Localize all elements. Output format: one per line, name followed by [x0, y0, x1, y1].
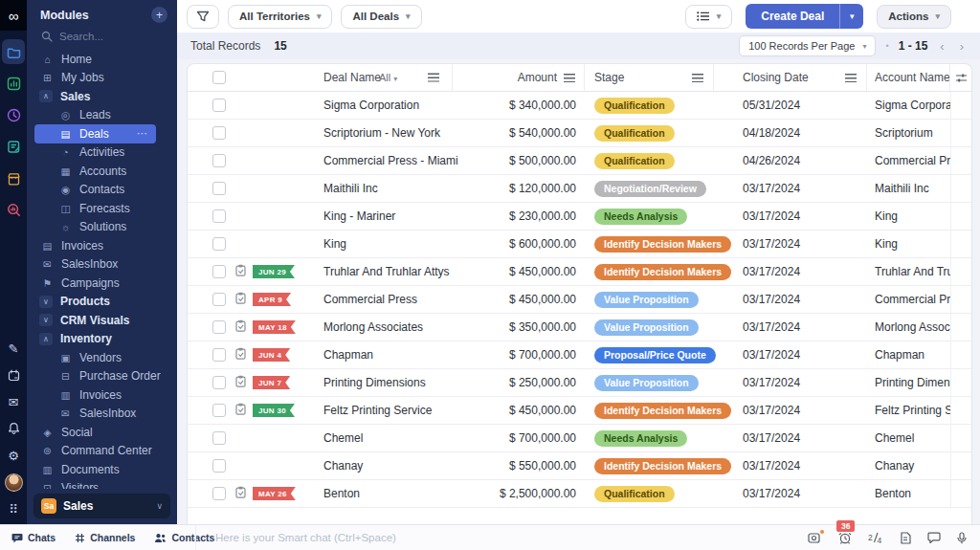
sidebar-item-activities[interactable]: ◔ Activities [27, 143, 173, 163]
add-module-button[interactable]: + [151, 7, 167, 23]
account-name-link[interactable]: Morlong Associates [875, 320, 950, 334]
bell-icon[interactable] [1, 415, 26, 442]
sidebar-item-accounts[interactable]: ▦ Accounts [27, 162, 173, 181]
account-name-link[interactable]: Sigma Corporation [875, 99, 950, 112]
sidebar-item-leads[interactable]: ◎ Leads [27, 106, 173, 125]
deal-name-link[interactable]: Scriptorium - New York [323, 126, 440, 140]
select-all-checkbox[interactable] [212, 71, 226, 84]
deal-name-link[interactable]: Chanay [323, 459, 363, 473]
sidebar-item-campaigns[interactable]: ⚑ Campaigns [27, 274, 173, 293]
table-row[interactable]: Chanay $ 550,000.00 Identify Decision Ma… [188, 452, 971, 480]
table-row[interactable]: JUN 29 Truhlar And Truhlar Attys $ 450,0… [188, 258, 971, 286]
workspace-switcher[interactable]: Sa Sales ∨ [33, 494, 170, 518]
sidebar-item-salesinbox[interactable]: ✉ SalesInbox [27, 255, 173, 275]
sidebar-item-visitors[interactable]: ⊡ Visitors [27, 479, 173, 490]
filter-button[interactable] [187, 5, 219, 29]
table-row[interactable]: JUN 30 Feltz Printing Service $ 450,000.… [188, 397, 971, 425]
view-switcher-dropdown[interactable]: ▾ [685, 5, 733, 29]
sidebar-item-invoices[interactable]: ▤ Invoices [27, 236, 173, 255]
sidebar-item-documents[interactable]: ▥ Documents [27, 460, 173, 479]
sidebar-item-command-center[interactable]: ⊚ Command Center [27, 442, 173, 461]
account-name-link[interactable]: Feltz Printing Service [875, 404, 950, 417]
notes-doc-icon[interactable] [900, 532, 911, 544]
notebook-app-icon[interactable] [2, 131, 25, 163]
deal-name-scope-dropdown[interactable]: All▾ [379, 72, 397, 83]
account-name-link[interactable]: King [875, 209, 898, 223]
apps-grid-icon[interactable]: ⠿ [1, 495, 26, 522]
table-row[interactable]: Maithili Inc $ 120,000.00 Negotiation/Re… [188, 175, 971, 203]
sidebar-item-inventory[interactable]: ∧ Inventory [27, 330, 173, 349]
customize-columns-icon[interactable] [955, 73, 968, 83]
row-checkbox[interactable] [212, 376, 226, 389]
section-chevron-icon[interactable]: ∨ [39, 296, 53, 308]
prev-page-button[interactable]: ‹ [937, 39, 947, 54]
sidebar-item-contacts[interactable]: ◉ Contacts [27, 181, 173, 200]
compose-icon[interactable]: ✎ [1, 335, 26, 362]
account-name-link[interactable]: Scriptorium [875, 126, 933, 140]
marketplace-app-icon[interactable] [2, 163, 25, 194]
sidebar-item-salesinbox[interactable]: ✉ SalesInbox [27, 405, 173, 424]
calendar-icon[interactable] [1, 362, 26, 388]
row-checkbox[interactable] [212, 459, 226, 473]
deal-filter-dropdown[interactable]: All Deals ▾ [341, 5, 421, 29]
row-checkbox[interactable] [212, 99, 226, 112]
table-row[interactable]: King - Mariner $ 230,000.00 Needs Analys… [188, 203, 971, 231]
table-row[interactable]: JUN 4 Chapman $ 700,000.00 Proposal/Pric… [188, 341, 971, 369]
column-menu-icon[interactable] [564, 74, 575, 82]
section-chevron-icon[interactable]: ∧ [39, 333, 53, 345]
microphone-icon[interactable] [957, 532, 967, 544]
sidebar-item-home[interactable]: ⌂ Home [27, 50, 173, 69]
table-row[interactable]: Sigma Corporation $ 340,000.00 Qualifica… [188, 92, 971, 120]
deal-name-link[interactable]: Commercial Press [323, 293, 417, 306]
analytics-app-icon[interactable] [2, 68, 25, 99]
column-menu-icon[interactable] [845, 74, 857, 82]
account-name-link[interactable]: Commercial Press [875, 293, 950, 306]
create-deal-caret-button[interactable]: ▾ [839, 4, 863, 29]
sidebar-item-deals[interactable]: ▤ Deals ⋯ [34, 124, 156, 143]
deal-name-link[interactable]: King - Mariner [323, 209, 395, 223]
account-name-link[interactable]: Chanay [875, 459, 914, 473]
row-checkbox[interactable] [212, 126, 226, 140]
column-header-account-name[interactable]: Account Name [875, 71, 950, 84]
column-header-stage[interactable]: Stage [594, 71, 624, 84]
section-chevron-icon[interactable]: ∧ [39, 90, 53, 102]
channels-button[interactable]: Channels [75, 532, 135, 543]
column-header-deal-name[interactable]: Deal Name [323, 71, 381, 84]
row-checkbox[interactable] [212, 404, 226, 417]
sidebar-item-purchase-order[interactable]: ⊟ Purchase Order [27, 367, 173, 386]
account-name-link[interactable]: Benton [875, 487, 911, 500]
sidebar-item-forecasts[interactable]: ◫ Forecasts [27, 199, 173, 218]
row-checkbox[interactable] [212, 209, 226, 223]
deal-name-link[interactable]: Morlong Associates [323, 320, 423, 334]
account-name-link[interactable]: Truhlar And Truhlar [875, 265, 950, 278]
row-checkbox[interactable] [212, 487, 226, 500]
section-chevron-icon[interactable]: ∨ [39, 314, 53, 326]
zia-24-icon[interactable]: 24 [868, 532, 883, 543]
sidebar-item-sales[interactable]: ∧ Sales [27, 87, 173, 106]
table-row[interactable]: APR 9 Commercial Press $ 450,000.00 Valu… [188, 286, 971, 314]
chats-button[interactable]: Chats [11, 532, 56, 543]
sidebar-item-products[interactable]: ∨ Products [27, 293, 173, 312]
sidebar-item-social[interactable]: ◈ Social [27, 423, 173, 442]
deal-name-link[interactable]: Chemel [323, 431, 363, 445]
table-row[interactable]: Commercial Press - Miami $ 500,000.00 Qu… [188, 147, 971, 175]
row-checkbox[interactable] [212, 431, 226, 445]
create-deal-button[interactable]: Create Deal [746, 4, 839, 29]
table-row[interactable]: King $ 600,000.00 Identify Decision Make… [188, 231, 971, 258]
sidebar-item-invoices[interactable]: ▥ Invoices [27, 385, 173, 405]
sidebar-item-my-jobs[interactable]: ⊞ My Jobs [27, 69, 173, 88]
row-checkbox[interactable] [212, 237, 226, 251]
table-row[interactable]: MAY 26 Benton $ 2,500,000.00 Qualificati… [188, 480, 971, 508]
sidebar-item-crm-visuals[interactable]: ∨ CRM Visuals [27, 311, 173, 330]
table-row[interactable]: MAY 18 Morlong Associates $ 350,000.00 V… [188, 314, 971, 341]
row-checkbox[interactable] [212, 265, 226, 278]
time-app-icon[interactable] [2, 99, 25, 131]
records-per-page-dropdown[interactable]: 100 Records Per Page ▾ [739, 35, 876, 56]
table-row[interactable]: Chemel $ 700,000.00 Needs Analysis 03/17… [188, 425, 971, 452]
screen-capture-icon[interactable] [808, 532, 822, 543]
account-name-link[interactable]: Commercial Press [875, 154, 950, 167]
territory-filter-dropdown[interactable]: All Territories ▾ [228, 5, 332, 29]
next-page-button[interactable]: › [957, 39, 967, 54]
sidebar-search-input[interactable]: Search... [27, 27, 177, 48]
comment-icon[interactable] [927, 532, 941, 543]
